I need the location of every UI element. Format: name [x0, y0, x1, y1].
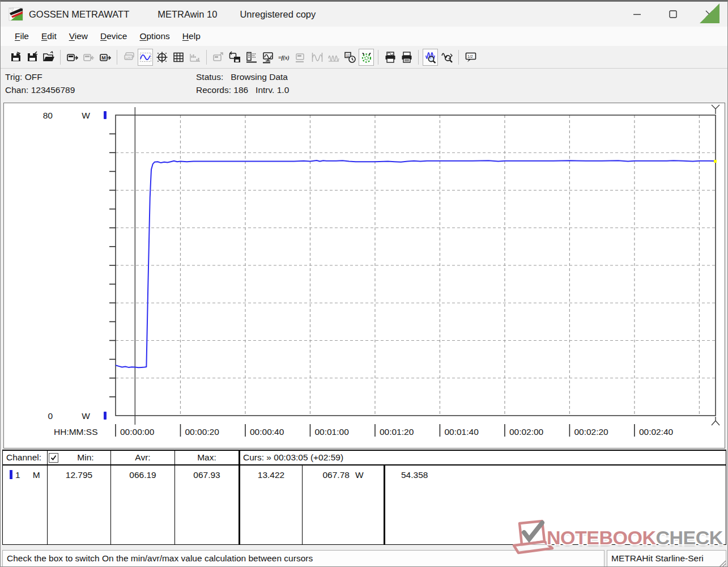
- y-unit-top: W: [82, 111, 90, 120]
- time-settings-icon: 12: [343, 50, 357, 64]
- channel-mode: M: [33, 470, 40, 480]
- toolbar-separator: [458, 50, 459, 65]
- xy-chart-view-button[interactable]: [154, 49, 169, 66]
- multi-curve-icon: [327, 50, 340, 64]
- multi-curve-button: [326, 49, 341, 66]
- title-vendor: GOSSEN METRAWATT: [29, 9, 129, 20]
- channel-stats-table: Channel: Min: Avr: Max: Curs: » 00:03:05…: [2, 450, 726, 545]
- file-save-button[interactable]: [8, 49, 23, 66]
- x-axis-label: 00:00:20: [185, 427, 219, 437]
- menu-item-edit[interactable]: Edit: [35, 29, 63, 44]
- measurement-info-strip: Trig: OFF Chan: 123456789 Status: Browsi…: [1, 69, 727, 103]
- header-channel: Channel:: [3, 451, 48, 464]
- yt-chart-view-button[interactable]: [138, 49, 153, 66]
- y-min-label: 0: [48, 411, 53, 421]
- zoom-in-button[interactable]: [423, 49, 438, 66]
- statusbar-device-name: METRAHit Starline-Seri: [607, 550, 726, 567]
- cursor2-number: 067.78: [322, 470, 349, 480]
- live-mode-button[interactable]: [359, 49, 374, 66]
- time-settings-button[interactable]: 12: [342, 49, 357, 66]
- channel-color-marker: [10, 470, 12, 479]
- print-preview-button[interactable]: [382, 49, 398, 66]
- maximize-button[interactable]: [655, 2, 691, 27]
- table-header-row: Channel: Min: Avr: Max: Curs: » 00:03:05…: [3, 451, 726, 466]
- monitor-settings-icon: [261, 50, 275, 64]
- single-curve-icon: [310, 50, 324, 64]
- write-to-device-icon: [82, 50, 96, 64]
- minmax-calc-checkbox[interactable]: [49, 453, 58, 463]
- header-min-label: Min:: [61, 452, 110, 463]
- header-min-cell: Min:: [48, 451, 111, 464]
- x-axis-label: 00:01:20: [380, 427, 414, 437]
- channel-settings-button[interactable]: [244, 49, 259, 66]
- channel-number: 1: [15, 470, 20, 480]
- export-data-button: [211, 49, 226, 66]
- cursor2-value: 067.78 W: [303, 466, 385, 545]
- statusbar-hint: Check the box to switch On the min/avr/m…: [2, 550, 604, 567]
- menu-bar: FileEditViewDeviceOptionsHelp: [1, 27, 727, 46]
- menu-item-file[interactable]: File: [8, 29, 35, 44]
- monitor-settings-button[interactable]: [260, 49, 275, 66]
- min-value: 12.795: [48, 466, 111, 545]
- toolbar-separator: [378, 50, 378, 65]
- x-axis-label: 00:02:40: [639, 427, 674, 437]
- resize-grip[interactable]: [717, 558, 726, 567]
- print-preview-icon: [384, 50, 397, 64]
- zoom-mode-button[interactable]: [439, 49, 454, 66]
- file-save-as-icon: [25, 50, 39, 64]
- zoom-mode-icon: [440, 50, 454, 64]
- file-open-button[interactable]: [41, 49, 56, 66]
- title-app-name: METRAwin 10: [157, 9, 217, 20]
- read-from-device-icon: [66, 50, 79, 64]
- toolbar: M1257=f(x)121/2: [1, 46, 727, 69]
- table-view-button[interactable]: [171, 49, 186, 66]
- print-icon: [400, 50, 414, 64]
- svg-text:1/2: 1/2: [467, 54, 473, 58]
- menu-item-device[interactable]: Device: [94, 29, 133, 44]
- read-device-memory-icon: M: [99, 50, 112, 64]
- read-device-memory-button[interactable]: M: [97, 49, 113, 66]
- file-save-as-button[interactable]: [24, 49, 40, 66]
- live-mode-icon: [360, 50, 373, 64]
- single-curve-button: [309, 49, 325, 66]
- file-open-icon: [42, 50, 56, 64]
- read-from-device-button[interactable]: [65, 49, 80, 66]
- cursor2-curve-intersection-dot: [714, 160, 717, 163]
- header-max-label: Max:: [175, 451, 240, 464]
- store-to-disk-button[interactable]: [227, 49, 242, 66]
- x-axis-label: 00:00:40: [250, 427, 284, 437]
- channel-range-marker-top: [104, 111, 107, 119]
- chart-panel[interactable]: 00:00:0000:00:2000:00:4000:01:0000:01:20…: [3, 103, 725, 448]
- formula-editor-button[interactable]: =f(x): [276, 49, 292, 66]
- power-chart-canvas[interactable]: 00:00:0000:00:2000:00:4000:01:0000:01:20…: [4, 103, 723, 447]
- y-max-label: 80: [43, 111, 53, 120]
- channel-cell[interactable]: 1 M: [3, 466, 48, 545]
- menu-item-help[interactable]: Help: [176, 29, 207, 44]
- avr-value: 066.19: [111, 466, 175, 545]
- xy-chart-view-icon: [155, 50, 169, 64]
- minimize-icon: [633, 11, 641, 18]
- histogram-view-icon: [188, 50, 202, 64]
- menu-item-options[interactable]: Options: [133, 29, 176, 44]
- annotations-button[interactable]: 1/2: [463, 49, 478, 66]
- histogram-view-button: [187, 49, 202, 66]
- title-bar[interactable]: GOSSEN METRAWATT METRAwin 10 Unregistere…: [1, 2, 727, 27]
- print-button[interactable]: [399, 49, 414, 66]
- trigger-status: Trig: OFF: [5, 72, 42, 82]
- cursor2-bottom-marker: [712, 417, 720, 425]
- menu-item-view[interactable]: View: [63, 29, 94, 44]
- records-interval-text: Records: 186 Intrv. 1.0: [196, 85, 289, 95]
- multimeter-display-icon: 1257: [122, 50, 136, 64]
- y-unit-bottom: W: [82, 411, 90, 421]
- cursor-delta-value: 54.358: [385, 466, 726, 545]
- yt-chart-view-icon: [139, 50, 152, 64]
- multimeter-display-button: 1257: [121, 49, 137, 66]
- x-axis-title: HH:MM:SS: [54, 427, 98, 437]
- minimize-button[interactable]: [619, 2, 655, 27]
- maximize-icon: [669, 10, 677, 18]
- device-settings-button: [293, 49, 308, 66]
- status-text: Status: Browsing Data: [196, 72, 288, 82]
- channel-settings-icon: [245, 50, 258, 64]
- svg-text:1257: 1257: [125, 56, 131, 59]
- title-license: Unregistered copy: [240, 9, 316, 20]
